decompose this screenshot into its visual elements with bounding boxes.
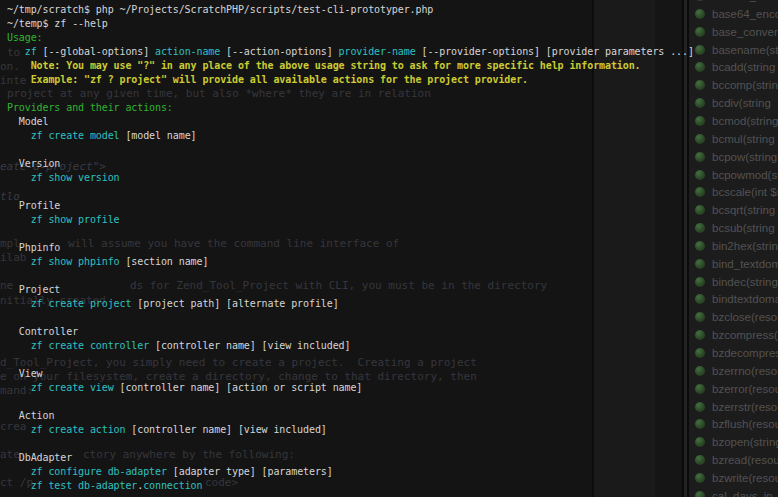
terminal-text-segment [7,480,31,491]
terminal-line: Version [7,157,778,171]
terminal-text-segment: Phpinfo [7,242,60,253]
terminal-line: Providers and their actions: [7,101,778,115]
terminal-text-segment: [controller name] [action or script name… [114,382,363,393]
terminal-text-segment [7,466,31,477]
terminal-text-segment: Version [7,158,60,169]
terminal-text-segment [7,424,31,435]
terminal-line: zf show phpinfo [section name] [7,255,778,269]
terminal-text-segment: [project path] [alternate profile] [131,298,338,309]
terminal-line [7,87,778,101]
terminal-text-segment: Example: "zf ? project" will provide all… [7,74,528,85]
terminal-line: Action [7,409,778,423]
terminal-text-segment: [model name] [120,130,197,141]
terminal-text-segment: zf test db-adapter [31,480,138,491]
terminal-text-segment: zf show phpinfo [31,256,120,267]
terminal-line: zf create project [project path] [altern… [7,297,778,311]
screen: { "palette": { "background": "#141414", … [0,0,778,497]
terminal-text-segment: zf show profile [31,214,120,225]
terminal-line [7,311,778,325]
terminal-text-segment: [--provider-options] [provider parameter… [416,46,694,57]
terminal-text-segment: zf show version [31,172,120,183]
terminal-text-segment: View [7,368,43,379]
terminal-text-segment: [--action-options] [220,46,338,57]
terminal-text-segment: [controller name] [view included] [149,340,350,351]
terminal-text-segment: ~/tmp/scratch$ php ~/Projects/ScratchPHP… [7,4,433,15]
terminal-line: Usage: [7,31,778,45]
terminal-line: zf [--global-options] action-name [--act… [7,45,778,59]
terminal-line: View [7,367,778,381]
terminal-line: zf create controller [controller name] [… [7,339,778,353]
terminal-text-segment: zf create model [31,130,120,141]
terminal-text-segment: zf [25,46,37,57]
terminal-text-segment [7,130,31,141]
terminal-text-segment: zf create action [31,424,126,435]
terminal-text-segment: Model [7,116,48,127]
terminal-text-segment: provider-name [339,46,416,57]
terminal-line: zf show profile [7,213,778,227]
terminal-text-segment: [adapter type] [parameters] [167,466,333,477]
terminal-text-segment: action-name [155,46,220,57]
terminal-line: Note: You may use "?" in any place of th… [7,59,778,73]
terminal-line: zf create view [controller name] [action… [7,381,778,395]
terminal-text-segment: Controller [7,326,78,337]
terminal-text-segment: Profile [7,200,60,211]
terminal-line [7,143,778,157]
terminal-line [7,227,778,241]
terminal-line: Project [7,283,778,297]
terminal-text-segment: [--global-options] [37,46,155,57]
terminal-text-segment: Providers and their actions: [7,102,173,113]
terminal-line: zf create model [model name] [7,129,778,143]
terminal-text-segment: zf configure db-adapter [31,466,167,477]
terminal-text-segment: Project [7,284,60,295]
terminal-text-segment [7,46,25,57]
terminal-text-segment: DbAdapter [7,452,72,463]
terminal-line: Model [7,115,778,129]
function-label: base64_decod [712,0,778,2]
terminal-line [7,437,778,451]
terminal-text-segment: connection [143,480,202,491]
terminal-text-segment [7,214,31,225]
terminal-text-segment: Note: You may use "?" in any place of th… [7,60,641,71]
terminal-line [7,185,778,199]
terminal-line: zf configure db-adapter [adapter type] [… [7,465,778,479]
terminal-line: ~/tmp/scratch$ php ~/Projects/ScratchPHP… [7,3,778,17]
terminal-text-segment: Action [7,410,54,421]
terminal-line: zf test db-adapter.connection [7,479,778,493]
terminal-text-segment: zf create project [31,298,132,309]
terminal-line: DbAdapter [7,451,778,465]
terminal-text-segment: [controller name] [view included] [125,424,326,435]
terminal-output[interactable]: ~/tmp/scratch$ php ~/Projects/ScratchPHP… [0,3,778,493]
terminal-text-segment [7,382,31,393]
terminal-line [7,269,778,283]
terminal-text-segment: zf create view [31,382,114,393]
terminal-text-segment [7,256,31,267]
terminal-text-segment [7,340,31,351]
terminal-text-segment [7,172,31,183]
terminal-text-segment: ~/temp$ zf --help [7,18,108,29]
terminal-text-segment [7,298,31,309]
function-icon [695,0,705,1]
terminal-line: zf create action [controller name] [view… [7,423,778,437]
terminal-text-segment: Usage: [7,32,43,43]
terminal-line: Controller [7,325,778,339]
terminal-line [7,395,778,409]
terminal-line: ~/temp$ zf --help [7,17,778,31]
terminal-text-segment: zf create controller [31,340,149,351]
terminal-line: Example: "zf ? project" will provide all… [7,73,778,87]
terminal-line [7,353,778,367]
terminal-line: zf show version [7,171,778,185]
terminal-line: Profile [7,199,778,213]
terminal-text-segment: [section name] [120,256,209,267]
terminal-line: Phpinfo [7,241,778,255]
